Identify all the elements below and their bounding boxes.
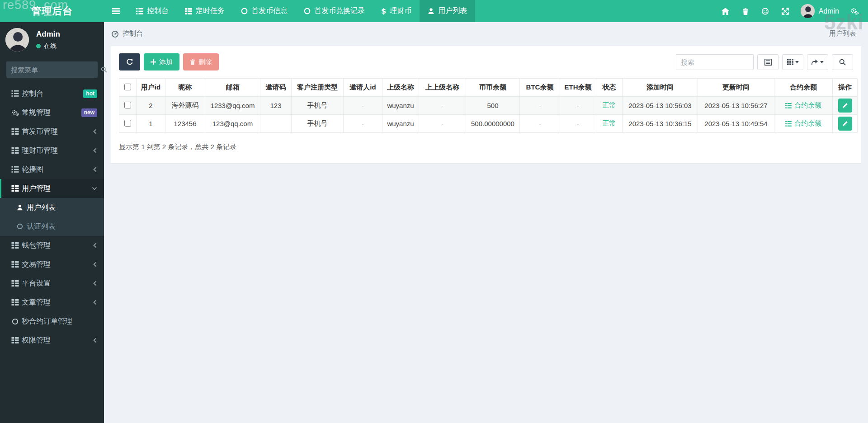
sidebar-toggle-button[interactable]: [104, 0, 128, 22]
menu-label: 平台设置: [22, 279, 51, 288]
circle-icon: [13, 223, 27, 230]
sidebar-item-wealth-coin-management[interactable]: 理财币管理: [0, 141, 104, 160]
refresh-button[interactable]: [119, 53, 140, 70]
contract-balance-link[interactable]: 合约余额: [785, 101, 821, 110]
table-row: 1 123456 123@qq.com 手机号 - wuyanzu - 500.…: [119, 115, 858, 133]
tab-user-list[interactable]: 用户列表: [420, 0, 475, 22]
tab-scheduled-tasks[interactable]: 定时任务: [177, 0, 233, 22]
chat-button[interactable]: [755, 0, 775, 22]
cell-nickname: 123456: [165, 115, 205, 133]
search-icon[interactable]: [101, 66, 107, 73]
tab-label: 定时任务: [196, 6, 225, 16]
search-toggle-button[interactable]: [832, 54, 853, 70]
circle-icon: [304, 8, 311, 14]
online-dot-icon: [36, 44, 41, 48]
th-list-icon: [8, 147, 22, 154]
breadcrumb-current: 用户列表: [829, 29, 856, 38]
sidebar-item-second-contract-orders[interactable]: 秒合约订单管理: [0, 312, 104, 331]
caret-down-icon: [820, 61, 824, 63]
dollar-icon: $: [381, 8, 386, 15]
online-label: 在线: [44, 42, 57, 50]
cell-parent-name: wuyanzu: [382, 97, 419, 115]
edit-button[interactable]: [838, 117, 852, 131]
cell-reg-type: 手机号: [292, 115, 344, 133]
tab-console[interactable]: 控制台: [128, 0, 177, 22]
fullscreen-button[interactable]: [775, 0, 795, 22]
status-toggle[interactable]: 正常: [603, 101, 616, 110]
user-icon: [13, 204, 27, 211]
table-header-row: 用户id 昵称 邮箱 邀请码 客户注册类型 邀请人id 上级名称 上上级名称 币…: [119, 79, 858, 97]
sidebar-item-carousel[interactable]: 轮播图: [0, 160, 104, 179]
cell-email: 1233@qq.com: [205, 97, 260, 115]
list-icon: [8, 166, 22, 173]
add-button[interactable]: 添加: [144, 53, 179, 70]
user-menu[interactable]: Admin: [795, 0, 844, 22]
circle-icon: [241, 8, 248, 14]
sidebar-search: [6, 61, 98, 78]
main-content: 控制台 用户列表 添加 删除: [104, 22, 868, 423]
menu-label: 首发币管理: [22, 127, 58, 136]
sidebar-item-user-list[interactable]: 用户列表: [0, 198, 104, 217]
status-toggle[interactable]: 正常: [603, 119, 616, 128]
gears-icon: [8, 109, 22, 116]
column-header: 客户注册类型: [292, 79, 344, 97]
home-button[interactable]: [716, 0, 736, 22]
th-list-icon: [8, 261, 22, 268]
detail-view-button[interactable]: [757, 54, 778, 70]
sidebar-item-general-management[interactable]: 常规管理 new: [0, 103, 104, 122]
search-icon: [839, 59, 846, 66]
row-checkbox[interactable]: [124, 102, 131, 108]
column-header: BTC余额: [520, 79, 560, 97]
sidebar-item-console[interactable]: 控制台 hot: [0, 84, 104, 103]
breadcrumb-label: 控制台: [123, 29, 143, 38]
sidebar-item-verification-list[interactable]: 认证列表: [0, 217, 104, 236]
sidebar-item-wallet-management[interactable]: 钱包管理: [0, 236, 104, 255]
columns-button[interactable]: [782, 54, 803, 70]
home-icon: [722, 8, 729, 15]
user-management-submenu: 用户列表 认证列表: [0, 198, 104, 236]
chevron-left-icon: [93, 262, 97, 267]
sidebar-item-article-management[interactable]: 文章管理: [0, 293, 104, 312]
tab-initial-coin-exchange-records[interactable]: 首发币兑换记录: [296, 0, 373, 22]
column-header: 更新时间: [698, 79, 774, 97]
cell-eth-balance: -: [560, 115, 596, 133]
select-all-checkbox[interactable]: [124, 84, 131, 90]
table-search-input[interactable]: [676, 54, 754, 70]
cell-grandparent-name: -: [419, 97, 466, 115]
select-all-cell: [119, 79, 137, 97]
sidebar-search-input[interactable]: [11, 66, 101, 74]
delete-label: 删除: [198, 58, 212, 66]
tab-initial-coin-info[interactable]: 首发币信息: [233, 0, 296, 22]
chevron-left-icon: [93, 167, 97, 172]
users-table: 用户id 昵称 邮箱 邀请码 客户注册类型 邀请人id 上级名称 上上级名称 币…: [119, 78, 858, 133]
sidebar-item-platform-settings[interactable]: 平台设置: [0, 274, 104, 293]
menu-label: 秒合约订单管理: [22, 317, 72, 326]
refresh-icon: [126, 58, 133, 66]
caret-down-icon: [795, 61, 799, 63]
tab-wealth-coin[interactable]: $ 理财币: [373, 0, 420, 22]
cell-invite-code: [260, 115, 292, 133]
chevron-down-icon: [92, 186, 97, 191]
cell-btc-balance: -: [520, 97, 560, 115]
menu-label: 控制台: [22, 89, 43, 99]
row-checkbox[interactable]: [124, 120, 131, 127]
sidebar-item-trade-management[interactable]: 交易管理: [0, 255, 104, 274]
contract-balance-link[interactable]: 合约余额: [785, 119, 821, 128]
pencil-icon: [842, 121, 848, 127]
cell-coin-balance: 500.00000000: [466, 115, 520, 133]
edit-button[interactable]: [838, 99, 852, 113]
trash-icon: [742, 8, 749, 15]
cell-user-id: 1: [137, 115, 165, 133]
sidebar-item-permission-management[interactable]: 权限管理: [0, 331, 104, 350]
settings-button[interactable]: [844, 0, 864, 22]
menu-label: 用户列表: [27, 203, 56, 212]
cell-btc-balance: -: [520, 115, 560, 133]
menu-label: 交易管理: [22, 260, 51, 269]
sidebar-item-initial-coin-management[interactable]: 首发币管理: [0, 122, 104, 141]
column-header: 币币余额: [466, 79, 520, 97]
export-button[interactable]: [807, 54, 828, 70]
sidebar-item-user-management[interactable]: 用户管理: [0, 179, 104, 198]
menu-label: 权限管理: [22, 336, 51, 345]
clear-cache-button[interactable]: [736, 0, 755, 22]
delete-button[interactable]: 删除: [183, 53, 219, 70]
